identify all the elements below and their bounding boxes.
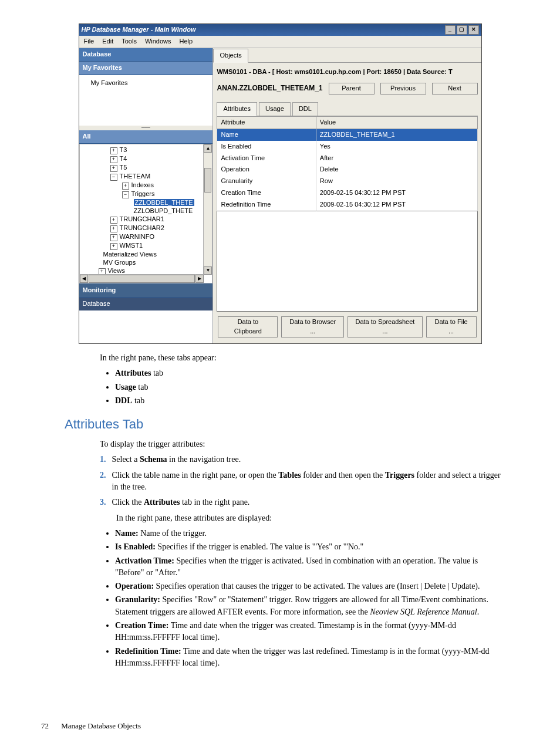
data-to-spreadsheet-button[interactable]: Data to Spreadsheet ... <box>348 316 422 337</box>
steps-list: 1. Select a Schema in the navigation tre… <box>100 454 501 669</box>
section-heading: Attributes Tab <box>65 415 501 434</box>
titlebar[interactable]: HP Database Manager - Main Window _ ▢ ✕ <box>79 24 481 36</box>
tree-node: −THETEAM <box>81 172 211 181</box>
all-header[interactable]: All <box>79 130 213 144</box>
tab-attributes[interactable]: Attributes <box>217 102 257 116</box>
table-row: NameZZLOBDEL_THETEAM_1 <box>217 129 477 140</box>
menu-windows[interactable]: Windows <box>145 37 171 46</box>
app-window: HP Database Manager - Main Window _ ▢ ✕ … <box>79 23 482 344</box>
col-value[interactable]: Value <box>316 116 477 129</box>
monitoring-footer[interactable]: Monitoring <box>79 283 213 297</box>
chapter-title: Manage Database Objects <box>61 721 141 730</box>
list-item: Is Enabled: Specifies if the trigger is … <box>115 541 501 553</box>
next-button[interactable]: Next <box>432 83 478 94</box>
page-footer: 72 Manage Database Objects <box>41 721 141 732</box>
table-row: Creation Time2009-02-15 04:30:12 PM PST <box>217 187 477 199</box>
nav-tree[interactable]: +T3 +T4 +T5 −THETEAM +Indexes −Triggers … <box>79 144 213 283</box>
table-row: Is EnabledYes <box>217 141 477 153</box>
minimize-button[interactable]: _ <box>445 25 456 35</box>
scroll-up-icon[interactable]: ▲ <box>204 144 212 153</box>
tree-node: ZZLOBUPD_THETE <box>81 207 211 215</box>
list-item: 2. Click the table name in the right pan… <box>100 470 501 494</box>
table-row: GranularityRow <box>217 175 477 187</box>
list-item: Name: Name of the trigger. <box>115 528 501 539</box>
list-item: Operation: Specifies operation that caus… <box>115 580 501 592</box>
list-item: Redefinition Time: Time and date when th… <box>115 646 501 670</box>
paragraph: To display the trigger attributes: <box>100 438 501 450</box>
col-attribute[interactable]: Attribute <box>217 116 316 129</box>
paragraph: In the right pane, these tabs appear: <box>100 352 501 364</box>
tree-node: Materialized Views <box>81 250 211 258</box>
tree-node: +Indexes <box>81 181 211 190</box>
tab-objects[interactable]: Objects <box>213 49 248 63</box>
scroll-left-icon[interactable]: ◀ <box>80 275 88 283</box>
favorites-header[interactable]: My Favorites <box>79 62 213 75</box>
tree-node: +WARNINFO <box>81 232 211 241</box>
data-to-file-button[interactable]: Data to File ... <box>426 316 477 337</box>
list-item: Usage tab <box>115 382 501 393</box>
tree-node: +TRUNGCHAR1 <box>81 215 211 224</box>
table-blank-area <box>217 211 477 312</box>
favorites-item[interactable]: My Favorites <box>85 77 207 89</box>
data-to-clipboard-button[interactable]: Data to Clipboard <box>218 316 278 337</box>
host-status: WMS0101 - DBA - [ Host: wms0101.cup.hp.c… <box>217 67 477 77</box>
tree-node-selected: ZZLOBDEL_THETE <box>81 198 211 207</box>
close-button[interactable]: ✕ <box>468 25 479 35</box>
tab-list: Attributes tab Usage tab DDL tab <box>100 367 501 407</box>
left-pane: Database My Favorites My Favorites ━━━ A… <box>79 48 214 343</box>
page-number: 72 <box>41 721 49 730</box>
parent-button[interactable]: Parent <box>329 83 375 94</box>
tree-node: +WMST1 <box>81 241 211 250</box>
database-header[interactable]: Database <box>79 48 213 62</box>
export-buttons: Data to Clipboard Data to Browser ... Da… <box>217 312 477 340</box>
list-item: 3. Click the Attributes tab in the right… <box>100 497 501 669</box>
list-item: Creation Time: Time and date when the tr… <box>115 620 501 644</box>
table-row: OperationDelete <box>217 164 477 175</box>
tab-ddl[interactable]: DDL <box>292 102 318 116</box>
list-item: Attributes tab <box>115 367 501 379</box>
table-row: Redefinition Time2009-02-15 04:30:12 PM … <box>217 199 477 211</box>
paragraph: In the right pane, these attributes are … <box>116 512 501 524</box>
attribute-list: Name: Name of the trigger. Is Enabled: S… <box>100 528 501 669</box>
scroll-thumb[interactable] <box>204 168 211 193</box>
data-to-browser-button[interactable]: Data to Browser ... <box>281 316 344 337</box>
tree-node: +TRUNGCHAR2 <box>81 224 211 232</box>
menu-bar: File Edit Tools Windows Help <box>79 36 481 48</box>
splitter[interactable]: ━━━ <box>79 126 213 130</box>
maximize-button[interactable]: ▢ <box>457 25 467 35</box>
menu-help[interactable]: Help <box>180 37 193 46</box>
table-row: Activation TimeAfter <box>217 153 477 164</box>
previous-button[interactable]: Previous <box>380 83 426 94</box>
favorites-box: My Favorites <box>79 75 213 126</box>
menu-edit[interactable]: Edit <box>102 37 113 46</box>
attribute-tabrow: Attributes Usage DDL <box>217 102 477 116</box>
list-item: DDL tab <box>115 395 501 407</box>
document-body: In the right pane, these tabs appear: At… <box>35 352 525 669</box>
tree-node: MV Groups <box>81 258 211 266</box>
object-path: ANAN.ZZLOBDEL_THETEAM_1 <box>217 83 322 93</box>
tree-node: +T3 <box>81 146 211 154</box>
list-item: Granularity: Specifies "Row" or "Stateme… <box>115 594 501 618</box>
scroll-thumb[interactable] <box>89 275 195 283</box>
horizontal-scrollbar[interactable]: ◀ ▶ <box>80 274 204 283</box>
list-item: Activation Time: Specifies when the trig… <box>115 555 501 579</box>
scroll-down-icon[interactable]: ▼ <box>204 266 212 275</box>
right-pane: Objects WMS0101 - DBA - [ Host: wms0101.… <box>213 48 481 343</box>
menu-tools[interactable]: Tools <box>122 37 137 46</box>
window-title: HP Database Manager - Main Window <box>82 25 445 35</box>
scroll-right-icon[interactable]: ▶ <box>195 275 204 283</box>
tree-node: +T5 <box>81 163 211 172</box>
vertical-scrollbar[interactable]: ▲ ▼ <box>203 144 212 275</box>
attributes-table: Attribute Value NameZZLOBDEL_THETEAM_1 I… <box>217 116 477 212</box>
tree-node: +T4 <box>81 154 211 163</box>
tree-node: −Triggers <box>81 190 211 198</box>
tab-usage[interactable]: Usage <box>259 102 291 116</box>
list-item: 1. Select a Schema in the navigation tre… <box>100 454 501 465</box>
database-footer[interactable]: Database <box>79 297 213 310</box>
menu-file[interactable]: File <box>84 37 95 46</box>
objects-tabrow: Objects <box>213 48 481 63</box>
